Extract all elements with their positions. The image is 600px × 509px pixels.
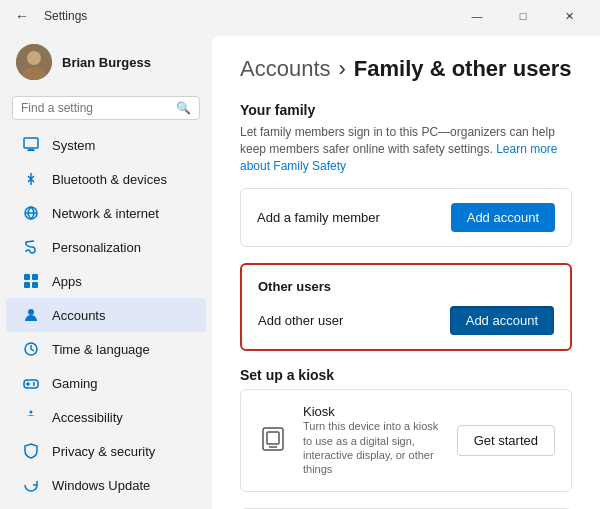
other-users-card: Other users Add other user Add account	[240, 263, 572, 351]
breadcrumb: Accounts › Family & other users	[240, 56, 572, 82]
sidebar-nav: System Bluetooth & devices Network & int…	[0, 128, 212, 502]
sidebar-item-accessibility-label: Accessibility	[52, 410, 123, 425]
other-users-title: Other users	[258, 279, 554, 294]
user-name: Brian Burgess	[62, 55, 151, 70]
svg-rect-8	[32, 274, 38, 280]
sidebar-item-system[interactable]: System	[6, 128, 206, 162]
kiosk-desc: Turn this device into a kiosk to use as …	[303, 419, 443, 476]
svg-rect-10	[32, 282, 38, 288]
title-bar-title: Settings	[44, 9, 87, 23]
back-button[interactable]: ←	[8, 2, 36, 30]
sidebar-item-update[interactable]: Windows Update	[6, 468, 206, 502]
svg-point-11	[28, 309, 34, 315]
minimize-button[interactable]: —	[454, 0, 500, 32]
svg-rect-3	[24, 138, 38, 148]
accessibility-icon	[22, 408, 40, 426]
user-profile: Brian Burgess	[0, 32, 212, 92]
your-family-title: Your family	[240, 102, 572, 118]
globe-icon	[22, 204, 40, 222]
sidebar-item-update-label: Windows Update	[52, 478, 150, 493]
breadcrumb-separator: ›	[339, 56, 346, 82]
kiosk-card: Kiosk Turn this device into a kiosk to u…	[240, 389, 572, 491]
family-card: Add a family member Add account	[240, 188, 572, 247]
sidebar-item-network[interactable]: Network & internet	[6, 196, 206, 230]
sidebar-item-bluetooth-label: Bluetooth & devices	[52, 172, 167, 187]
kiosk-title: Kiosk	[303, 404, 443, 419]
sidebar-item-gaming-label: Gaming	[52, 376, 98, 391]
update-icon	[22, 476, 40, 494]
sidebar-item-apps-label: Apps	[52, 274, 82, 289]
sidebar-item-network-label: Network & internet	[52, 206, 159, 221]
sidebar-item-personalization-label: Personalization	[52, 240, 141, 255]
breadcrumb-current: Family & other users	[354, 56, 572, 82]
apps-icon	[22, 272, 40, 290]
sidebar-item-accessibility[interactable]: Accessibility	[6, 400, 206, 434]
sidebar-item-accounts[interactable]: Accounts	[6, 298, 206, 332]
breadcrumb-parent: Accounts	[240, 56, 331, 82]
kiosk-section-title: Set up a kiosk	[240, 367, 572, 383]
close-button[interactable]: ✕	[546, 0, 592, 32]
sidebar-item-accounts-label: Accounts	[52, 308, 105, 323]
brush-icon	[22, 238, 40, 256]
svg-rect-9	[24, 282, 30, 288]
svg-rect-7	[24, 274, 30, 280]
person-icon	[22, 306, 40, 324]
sidebar-item-personalization[interactable]: Personalization	[6, 230, 206, 264]
svg-point-14	[30, 411, 33, 414]
add-family-label: Add a family member	[257, 210, 380, 225]
clock-icon	[22, 340, 40, 358]
sidebar-item-privacy[interactable]: Privacy & security	[6, 434, 206, 468]
maximize-button[interactable]: □	[500, 0, 546, 32]
svg-rect-16	[267, 432, 279, 444]
svg-point-1	[27, 51, 41, 65]
monitor-icon	[22, 136, 40, 154]
sidebar: Brian Burgess 🔍 System Bluetooth & devic…	[0, 32, 212, 509]
gamepad-icon	[22, 374, 40, 392]
kiosk-icon	[257, 424, 289, 456]
sidebar-item-bluetooth[interactable]: Bluetooth & devices	[6, 162, 206, 196]
search-box[interactable]: 🔍	[12, 96, 200, 120]
search-input[interactable]	[21, 101, 176, 115]
sidebar-item-privacy-label: Privacy & security	[52, 444, 155, 459]
sidebar-item-system-label: System	[52, 138, 95, 153]
sidebar-item-time-label: Time & language	[52, 342, 150, 357]
kiosk-get-started-button[interactable]: Get started	[457, 425, 555, 456]
sidebar-item-apps[interactable]: Apps	[6, 264, 206, 298]
shield-icon	[22, 442, 40, 460]
your-family-desc: Let family members sign in to this PC—or…	[240, 124, 572, 174]
title-bar: ← Settings — □ ✕	[0, 0, 600, 32]
avatar	[16, 44, 52, 80]
content-area: Accounts › Family & other users Your fam…	[212, 36, 600, 509]
add-other-user-button[interactable]: Add account	[450, 306, 554, 335]
kiosk-info: Kiosk Turn this device into a kiosk to u…	[303, 404, 443, 476]
svg-rect-5	[27, 150, 35, 151]
search-icon: 🔍	[176, 101, 191, 115]
add-family-button[interactable]: Add account	[451, 203, 555, 232]
sidebar-item-time[interactable]: Time & language	[6, 332, 206, 366]
sidebar-item-gaming[interactable]: Gaming	[6, 366, 206, 400]
add-other-user-label: Add other user	[258, 313, 343, 328]
window-controls: — □ ✕	[454, 0, 592, 32]
bluetooth-icon	[22, 170, 40, 188]
